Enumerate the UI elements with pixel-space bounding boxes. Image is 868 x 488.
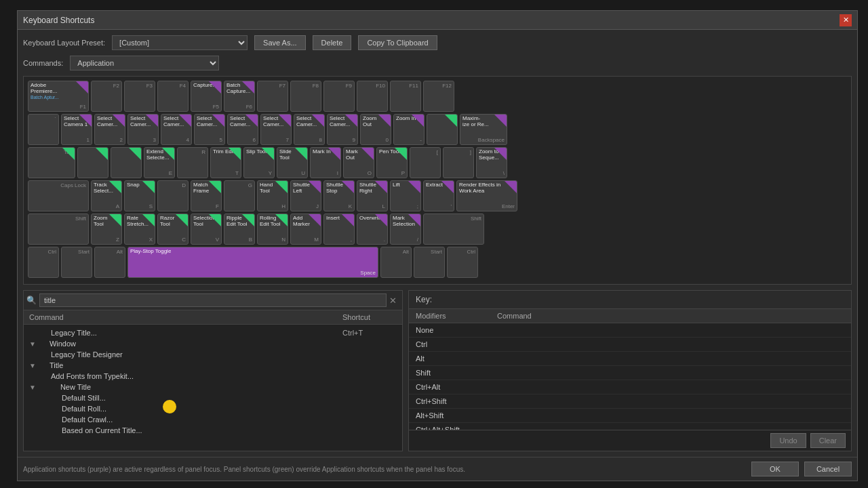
key-rbracket[interactable]: ] <box>443 147 474 178</box>
list-item[interactable]: Default Crawl... <box>24 414 402 425</box>
key-f3[interactable]: F3 <box>124 81 155 112</box>
delete-button[interactable]: Delete <box>313 35 352 50</box>
undo-button[interactable]: Undo <box>770 433 806 448</box>
list-item[interactable]: ▼ Window <box>24 338 402 349</box>
key-2[interactable]: SelectCamer... 2 <box>94 114 125 145</box>
search-input[interactable] <box>39 293 387 307</box>
key-start-r[interactable]: Start <box>414 247 445 278</box>
key-m[interactable]: AddMarker M <box>290 214 321 245</box>
search-clear-button[interactable]: ✕ <box>387 296 399 306</box>
key-7[interactable]: SelectCamer... 7 <box>260 114 292 145</box>
key-g[interactable]: G <box>224 180 255 211</box>
key-0[interactable]: ZoomOut 0 <box>360 114 391 145</box>
key-3[interactable]: SelectCamer... 3 <box>127 114 159 145</box>
key-space[interactable]: Play-Stop Toggle Space <box>127 247 378 278</box>
key-capslock[interactable]: Caps Lock <box>28 180 89 211</box>
key-9[interactable]: SelectCamer... 9 <box>327 114 358 145</box>
modifier-ctrl[interactable]: Ctrl <box>409 338 851 352</box>
modifier-ctrl-alt[interactable]: Ctrl+Alt <box>409 380 851 394</box>
modifier-ctrl-shift[interactable]: Ctrl+Shift <box>409 394 851 409</box>
list-item[interactable]: ▼ Title <box>24 360 402 371</box>
key-equals[interactable]: = <box>427 114 458 145</box>
key-w[interactable]: W <box>111 147 142 178</box>
key-alt-l[interactable]: Alt <box>94 247 125 278</box>
key-backspace[interactable]: Maxim-ize or Re... Backspace <box>460 114 507 145</box>
key-1[interactable]: SelectCamera 1 1 <box>61 114 92 145</box>
key-slash[interactable]: MarkSelection / <box>390 214 421 245</box>
preset-select[interactable]: [Custom] <box>112 35 248 50</box>
key-6[interactable]: SelectCamer... 6 <box>227 114 258 145</box>
key-semicolon[interactable]: Lift ; <box>390 180 421 211</box>
key-ctrl-r[interactable]: Ctrl <box>447 247 478 278</box>
key-f4[interactable]: F4 <box>157 81 189 112</box>
key-period[interactable]: Overwrite . <box>357 214 388 245</box>
key-lbracket[interactable]: [ <box>410 147 441 178</box>
key-k[interactable]: ShuttleStop K <box>323 180 355 211</box>
clear-button[interactable]: Clear <box>810 433 846 448</box>
key-j[interactable]: ShuttleLeft J <box>290 180 321 211</box>
key-n[interactable]: RollingEdit Tool N <box>257 214 288 245</box>
key-5[interactable]: SelectCamer... 5 <box>194 114 225 145</box>
save-as-button[interactable]: Save As... <box>254 35 306 50</box>
key-f1[interactable]: AdobePremiere...Batch Aptur... F1 <box>28 81 89 112</box>
modifier-shift[interactable]: Shift <box>409 366 851 380</box>
key-u[interactable]: SlideTool U <box>277 147 308 178</box>
key-f5[interactable]: Capture... F5 <box>191 81 222 112</box>
key-x[interactable]: RateStretch... X <box>124 214 155 245</box>
list-item[interactable]: Based on Current Title... <box>24 425 402 436</box>
list-item[interactable]: Legacy Title... Ctrl+T <box>24 327 402 338</box>
key-tab[interactable]: Tab <box>28 147 75 178</box>
key-p[interactable]: Pen Tool P <box>376 147 408 178</box>
list-item[interactable]: Default Roll... <box>24 403 402 414</box>
key-z[interactable]: ZoomTool Z <box>91 214 122 245</box>
key-f7[interactable]: F7 <box>257 81 288 112</box>
copy-to-clipboard-button[interactable]: Copy To Clipboard <box>358 35 437 50</box>
key-backslash[interactable]: Zoom toSeque... \ <box>476 147 507 178</box>
key-f12[interactable]: F12 <box>423 81 454 112</box>
cancel-button[interactable]: Cancel <box>804 462 852 476</box>
key-r[interactable]: R <box>177 147 208 178</box>
key-l[interactable]: ShuttleRight L <box>357 180 388 211</box>
list-item[interactable]: Legacy Title Designer <box>24 349 402 360</box>
key-f10[interactable]: F10 <box>357 81 388 112</box>
key-f6[interactable]: BatchCapture... F6 <box>224 81 255 112</box>
key-enter[interactable]: Render Effects inWork Area Enter <box>456 180 517 211</box>
key-f[interactable]: MatchFrame F <box>191 180 222 211</box>
key-shift-r[interactable]: Shift <box>423 214 484 245</box>
key-t[interactable]: Trim Edit T <box>210 147 241 178</box>
key-f9[interactable]: F9 <box>323 81 355 112</box>
key-backtick[interactable]: ` <box>28 114 59 145</box>
key-alt-r[interactable]: Alt <box>380 247 412 278</box>
key-y[interactable]: Slip Tool Y <box>243 147 275 178</box>
key-quote[interactable]: Extract ' <box>423 180 454 211</box>
key-f8[interactable]: F8 <box>290 81 321 112</box>
modifier-alt-shift[interactable]: Alt+Shift <box>409 409 851 423</box>
commands-select[interactable]: Application <box>70 56 219 70</box>
modifier-alt[interactable]: Alt <box>409 352 851 366</box>
key-comma[interactable]: Insert , <box>323 214 355 245</box>
key-h[interactable]: HandTool H <box>257 180 288 211</box>
key-d[interactable]: D <box>157 180 189 211</box>
key-o[interactable]: MarkOut O <box>343 147 374 178</box>
key-a[interactable]: TrackSelect... A <box>91 180 122 211</box>
ok-button[interactable]: OK <box>751 462 799 476</box>
list-item[interactable]: ▼ New Title <box>24 382 402 392</box>
key-c[interactable]: RazorTool C <box>157 214 189 245</box>
key-shift-l[interactable]: Shift <box>28 214 89 245</box>
close-button[interactable]: ✕ <box>840 14 852 26</box>
list-item[interactable]: Add Fonts from Typekit... <box>24 371 402 382</box>
modifier-ctrl-alt-shift[interactable]: Ctrl+Alt+Shift <box>409 423 851 430</box>
key-e[interactable]: ExtendSelecte... E <box>144 147 175 178</box>
key-ctrl-l[interactable]: Ctrl <box>28 247 59 278</box>
key-i[interactable]: Mark In I <box>310 147 341 178</box>
list-item[interactable]: Default Still... <box>24 392 402 403</box>
key-minus[interactable]: Zoom In - <box>393 114 425 145</box>
key-start-l[interactable]: Start <box>61 247 92 278</box>
modifier-none[interactable]: None <box>409 323 851 338</box>
key-s[interactable]: Snap S <box>124 180 155 211</box>
key-b[interactable]: RippleEdit Tool B <box>224 214 255 245</box>
key-f2[interactable]: F2 <box>91 81 122 112</box>
key-f11[interactable]: F11 <box>390 81 421 112</box>
key-8[interactable]: SelectCamer... 8 <box>294 114 325 145</box>
key-v[interactable]: SelectionTool V <box>191 214 222 245</box>
